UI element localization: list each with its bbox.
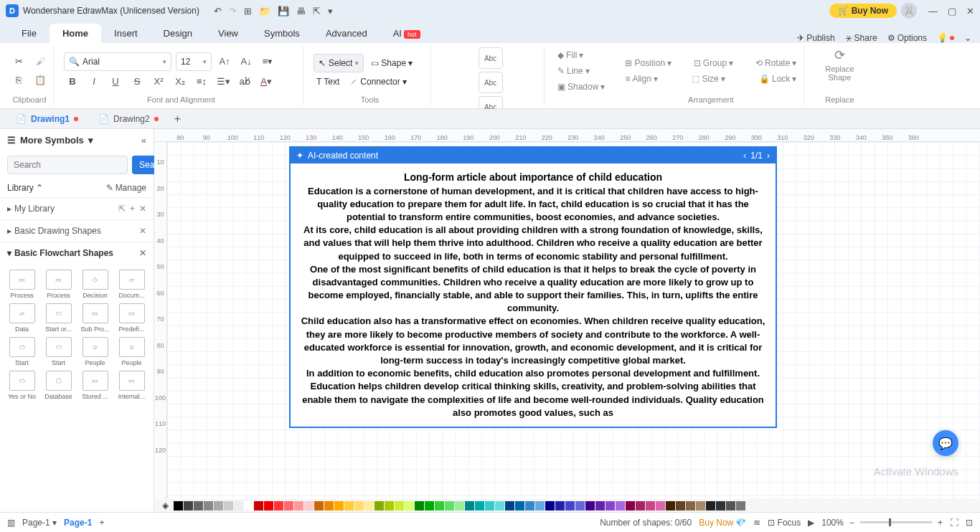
- add-page-icon[interactable]: +: [99, 518, 104, 528]
- lock-button[interactable]: 🔒 Lock▾: [756, 72, 799, 85]
- shape-item[interactable]: ⬭Start: [42, 337, 75, 366]
- color-swatch[interactable]: [435, 501, 444, 510]
- color-swatch[interactable]: [485, 501, 494, 510]
- paste-icon[interactable]: 📋: [32, 72, 49, 88]
- color-swatch[interactable]: [234, 501, 243, 510]
- tab-file[interactable]: File: [9, 24, 50, 43]
- section-my-library[interactable]: ▸ My Library ⇱+✕: [0, 197, 154, 219]
- redo-icon[interactable]: ↷: [229, 6, 237, 16]
- color-swatch[interactable]: [565, 501, 575, 510]
- shape-item[interactable]: ▭Process: [42, 270, 75, 299]
- subscript-icon[interactable]: X₂: [171, 74, 189, 90]
- color-swatch[interactable]: [535, 501, 545, 510]
- color-swatch[interactable]: [405, 501, 414, 510]
- collapse-panel-icon[interactable]: «: [141, 135, 146, 146]
- style-preview-1[interactable]: Abc: [479, 47, 503, 69]
- close-section-icon[interactable]: ✕: [139, 226, 146, 236]
- style-preview-2[interactable]: Abc: [479, 72, 503, 93]
- undo-icon[interactable]: ↶: [214, 6, 222, 16]
- tab-advanced[interactable]: Advanced: [313, 24, 380, 43]
- color-swatch[interactable]: [595, 501, 605, 510]
- tab-view[interactable]: View: [205, 24, 251, 43]
- color-swatch[interactable]: [224, 501, 233, 510]
- qat-more-icon[interactable]: ▾: [328, 6, 333, 16]
- underline-icon[interactable]: U: [107, 74, 124, 90]
- line-spacing-icon[interactable]: ≡↕: [193, 74, 210, 90]
- color-swatch[interactable]: [264, 501, 273, 510]
- focus-button[interactable]: ⊡ Focus: [768, 518, 801, 528]
- clear-format-icon[interactable]: ab̸: [236, 74, 253, 90]
- color-swatch[interactable]: [636, 501, 645, 510]
- user-avatar[interactable]: 🐰: [901, 3, 917, 19]
- color-swatch[interactable]: [334, 501, 344, 510]
- color-swatch[interactable]: [505, 501, 514, 510]
- copy-icon[interactable]: ⎘: [10, 72, 27, 88]
- ai-content-box[interactable]: ✦ AI-created content ‹ 1/1 › Long-form a…: [289, 146, 777, 428]
- doctab-drawing1[interactable]: 📄 Drawing1: [6, 111, 88, 127]
- shape-item[interactable]: ◇Decision: [79, 270, 111, 299]
- font-size-select[interactable]: 12▾: [176, 52, 212, 71]
- color-swatch[interactable]: [696, 501, 705, 510]
- line-button[interactable]: ✎ Line ▾: [555, 65, 608, 77]
- layers-icon[interactable]: ≋: [753, 518, 760, 528]
- color-swatch[interactable]: [626, 501, 635, 510]
- shape-item[interactable]: ☺People: [116, 337, 148, 366]
- add-tab-icon[interactable]: +: [169, 113, 187, 125]
- color-swatch[interactable]: [324, 501, 334, 510]
- ai-next-icon[interactable]: ›: [767, 151, 770, 161]
- strike-icon[interactable]: S: [128, 74, 146, 90]
- shape-item[interactable]: ▭Internal...: [116, 371, 148, 400]
- new-icon[interactable]: ⊞: [244, 6, 252, 16]
- color-swatch[interactable]: [415, 501, 424, 510]
- add-icon[interactable]: +: [130, 204, 135, 214]
- bold-icon[interactable]: B: [64, 74, 81, 90]
- shape-item[interactable]: ⬡Database: [42, 371, 75, 400]
- color-swatch[interactable]: [374, 501, 384, 510]
- color-swatch[interactable]: [344, 501, 354, 510]
- manage-button[interactable]: ✎ Manage: [106, 183, 146, 193]
- rotate-button[interactable]: ⟲ Rotate▾: [753, 57, 799, 70]
- position-button[interactable]: ⊞ Position▾: [622, 57, 674, 70]
- decrease-font-icon[interactable]: A↓: [237, 54, 255, 70]
- chat-fab[interactable]: 💬: [933, 430, 958, 456]
- color-swatch[interactable]: [686, 501, 695, 510]
- color-swatch[interactable]: [736, 501, 745, 510]
- color-swatch[interactable]: [676, 501, 685, 510]
- color-swatch[interactable]: [194, 501, 203, 510]
- shape-item[interactable]: ⬭Start: [6, 337, 38, 366]
- shape-item[interactable]: ⬭Yes or No: [6, 371, 38, 400]
- color-swatch[interactable]: [515, 501, 524, 510]
- shape-item[interactable]: ▭Sub Pro...: [79, 303, 111, 333]
- color-swatch[interactable]: [726, 501, 735, 510]
- section-basic-flowchart[interactable]: ▾ Basic Flowchart Shapes ✕: [0, 242, 154, 264]
- color-swatch[interactable]: [545, 501, 555, 510]
- color-swatch[interactable]: [214, 501, 223, 510]
- connector-tool[interactable]: ⟋ Connector ▾: [347, 75, 409, 88]
- font-color-icon[interactable]: A▾: [258, 74, 275, 90]
- color-swatch[interactable]: [274, 501, 283, 510]
- fullscreen-icon[interactable]: ⊡: [966, 518, 973, 528]
- shape-item[interactable]: ▭Predefi...: [116, 303, 148, 333]
- color-swatch[interactable]: [646, 501, 655, 510]
- maximize-icon[interactable]: ▢: [948, 6, 956, 16]
- size-button[interactable]: ⬚ Size▾: [689, 72, 727, 85]
- color-swatch[interactable]: [244, 501, 253, 510]
- color-swatch[interactable]: [204, 501, 213, 510]
- page-tab[interactable]: Page-1: [64, 518, 92, 528]
- text-tool[interactable]: T Text: [314, 75, 342, 88]
- close-section-icon[interactable]: ✕: [139, 248, 146, 258]
- group-button[interactable]: ⊡ Group▾: [691, 57, 736, 70]
- ai-prev-icon[interactable]: ‹: [743, 151, 746, 161]
- color-swatch[interactable]: [385, 501, 394, 510]
- shape-item[interactable]: ⬭Start or...: [42, 303, 75, 333]
- italic-icon[interactable]: I: [85, 74, 103, 90]
- buy-now-button[interactable]: 🛒 Buy Now: [829, 4, 897, 18]
- zoom-level[interactable]: 100%: [821, 518, 844, 528]
- close-section-icon[interactable]: ✕: [139, 204, 146, 214]
- color-swatch[interactable]: [525, 501, 534, 510]
- shape-item[interactable]: ▭Process: [6, 270, 38, 299]
- color-swatch[interactable]: [294, 501, 303, 510]
- color-swatch[interactable]: [364, 501, 374, 510]
- doctab-drawing2[interactable]: 📄 Drawing2: [88, 111, 169, 127]
- color-swatch[interactable]: [354, 501, 364, 510]
